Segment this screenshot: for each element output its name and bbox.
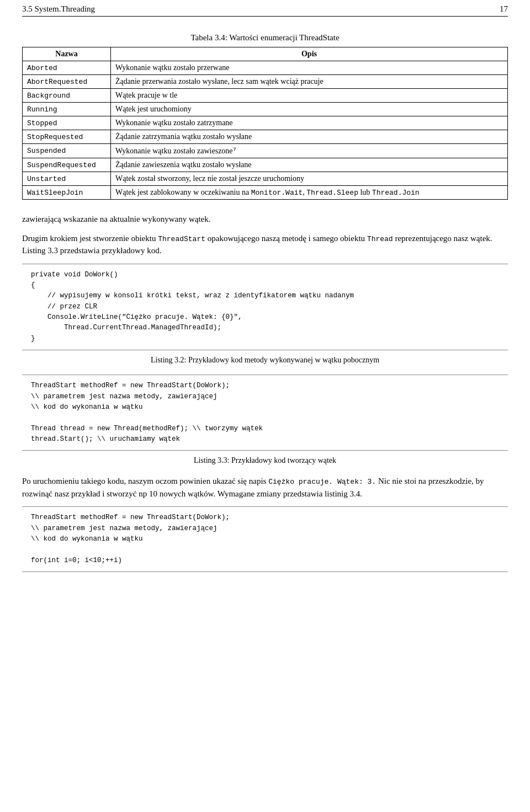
row-desc: Wykonanie wątku zostało zatrzymane: [111, 116, 508, 130]
row-name: Suspended: [23, 144, 111, 158]
row-name: Running: [23, 103, 111, 116]
table-row: SuspendRequestedŻądanie zawieszenia wątk…: [23, 158, 508, 172]
table-row: StopRequestedŻądanie zatrzymania wątku z…: [23, 130, 508, 144]
chapter-title: 3.5 System.Threading: [22, 4, 95, 14]
listing3-caption: Listing 3.3: Przykładowy kod tworzący wą…: [22, 456, 508, 465]
table-row: WaitSleepJoinWątek jest zablokowany w oc…: [23, 186, 508, 200]
code-block-2: ThreadStart methodRef = new ThreadStart(…: [22, 375, 508, 451]
row-name: Background: [23, 89, 111, 103]
page-number: 17: [500, 4, 508, 14]
row-name: Unstarted: [23, 172, 111, 186]
table-row: BackgroundWątek pracuje w tle: [23, 89, 508, 103]
listing2-caption: Listing 3.2: Przykładowy kod metody wyko…: [22, 356, 508, 365]
row-desc: Żądanie zatrzymania wątku zostało wysłan…: [111, 130, 508, 144]
table-row: RunningWątek jest uruchomiony: [23, 103, 508, 116]
table-section: Tabela 3.4: Wartości enumeracji ThreadSt…: [22, 33, 508, 200]
row-desc: Wykonanie wątku zostało zawieszone⁷: [111, 144, 508, 158]
code-block-3: ThreadStart methodRef = new ThreadStart(…: [22, 506, 508, 572]
row-desc: Wykonanie wątku zostało przerwane: [111, 61, 508, 75]
table-row: UnstartedWątek został stworzony, lecz ni…: [23, 172, 508, 186]
row-name: WaitSleepJoin: [23, 186, 111, 200]
page-header: 3.5 System.Threading 17: [22, 0, 508, 17]
col-header-desc: Opis: [111, 47, 508, 61]
table-row: SuspendedWykonanie wątku zostało zawiesz…: [23, 144, 508, 158]
code-block-1: private void DoWork() { // wypisujemy w …: [22, 264, 508, 351]
table-row: AbortedWykonanie wątku zostało przerwane: [23, 61, 508, 75]
row-name: StopRequested: [23, 130, 111, 144]
table-row: StoppedWykonanie wątku zostało zatrzyman…: [23, 116, 508, 130]
inline-code-thread: Thread: [367, 235, 393, 243]
paragraph2: Drugim krokiem jest stworzenie obiektu T…: [22, 232, 508, 257]
threadstate-table: Nazwa Opis AbortedWykonanie wątku został…: [22, 47, 508, 200]
row-desc: Żądanie zawieszenia wątku zostało wysłan…: [111, 158, 508, 172]
row-desc: Wątek jest zablokowany w oczekiwaniu na …: [111, 186, 508, 200]
row-name: AbortRequested: [23, 75, 111, 89]
table-caption: Tabela 3.4: Wartości enumeracji ThreadSt…: [22, 33, 508, 42]
row-name: Stopped: [23, 116, 111, 130]
inline-code-output: Ciężko pracuje. Wątek: 3.: [268, 478, 376, 486]
paragraph3: Po uruchomieniu takiego kodu, naszym ocz…: [22, 475, 508, 500]
paragraph-after-table: zawierającą wskazanie na aktualnie wykon…: [22, 213, 508, 226]
row-desc: Wątek jest uruchomiony: [111, 103, 508, 116]
table-row: AbortRequestedŻądanie przerwania zostało…: [23, 75, 508, 89]
col-header-name: Nazwa: [23, 47, 111, 61]
row-desc: Żądanie przerwania zostało wysłane, lecz…: [111, 75, 508, 89]
inline-code-threadstart: ThreadStart: [158, 235, 205, 243]
row-name: SuspendRequested: [23, 158, 111, 172]
row-desc: Wątek pracuje w tle: [111, 89, 508, 103]
row-name: Aborted: [23, 61, 111, 75]
row-desc: Wątek został stworzony, lecz nie został …: [111, 172, 508, 186]
